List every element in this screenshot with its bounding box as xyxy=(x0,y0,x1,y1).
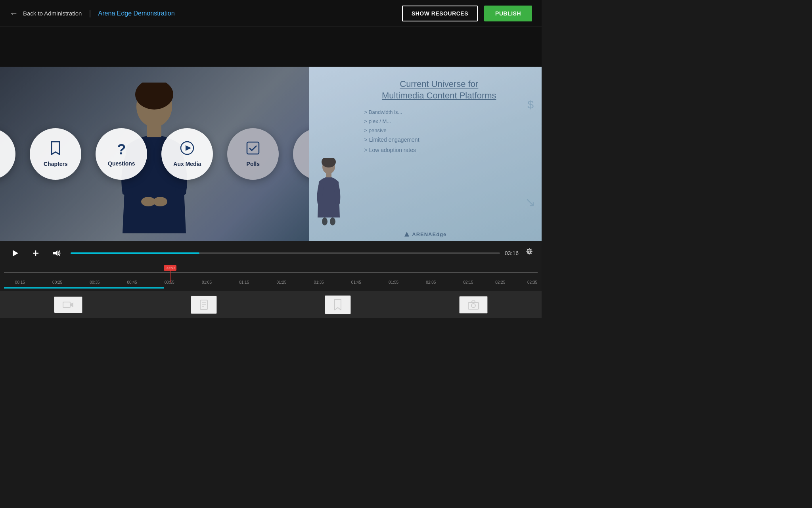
svg-point-32 xyxy=(471,304,475,308)
events-button[interactable]: Events xyxy=(293,128,308,180)
camera-tool[interactable] xyxy=(459,296,488,314)
timeline-area: /* ticks rendered below */ 00:59 00:15 0… xyxy=(0,265,542,291)
tl-label-11: 01:55 xyxy=(389,280,398,285)
tl-label-8: 01:25 xyxy=(276,280,286,285)
header-divider: | xyxy=(89,9,91,18)
play-button[interactable] xyxy=(8,248,22,259)
tl-label-12: 02:05 xyxy=(426,280,436,285)
slides-button[interactable]: Slides xyxy=(0,128,15,180)
header-left: ← Back to Administration | Arena Edge De… xyxy=(10,8,175,19)
total-time-display: 03:16 xyxy=(505,250,519,256)
polls-button[interactable]: Polls xyxy=(227,128,279,180)
slide-overlay xyxy=(309,67,542,241)
volume-icon xyxy=(52,250,61,257)
svg-rect-25 xyxy=(63,302,70,308)
progress-container: 03:16 xyxy=(71,250,519,256)
timeline-ticks-svg xyxy=(4,272,538,280)
playhead-time-bubble: 00:59 xyxy=(164,265,177,271)
chapters-label: Chapters xyxy=(44,161,68,167)
aux-media-button[interactable]: Aux Media xyxy=(161,128,213,180)
timeline-track[interactable]: /* ticks rendered below */ 00:59 xyxy=(4,265,538,280)
play-icon xyxy=(11,249,19,257)
questions-label: Questions xyxy=(108,160,135,167)
tl-label-1: 00:15 xyxy=(15,280,25,285)
video-camera-tool[interactable] xyxy=(54,296,82,313)
show-resources-button[interactable]: SHOW RESOURCES xyxy=(402,6,478,21)
timeline-labels-row: 00:15 00:25 00:35 00:45 00:55 01:05 01:1… xyxy=(4,280,538,287)
tl-label-3: 00:35 xyxy=(90,280,100,285)
tl-label-7: 01:15 xyxy=(239,280,249,285)
aux-media-icon xyxy=(180,141,194,158)
back-to-admin-link[interactable]: Back to Administration xyxy=(23,10,82,17)
video-camera-icon xyxy=(63,300,74,309)
header: ← Back to Administration | Arena Edge De… xyxy=(0,0,542,27)
tl-label-9: 01:35 xyxy=(314,280,324,285)
progress-bar[interactable] xyxy=(71,252,500,254)
svg-marker-19 xyxy=(13,250,18,256)
publish-button[interactable]: PUBLISH xyxy=(484,6,532,21)
tl-label-4: 00:45 xyxy=(127,280,137,285)
questions-button[interactable]: ? Questions xyxy=(96,128,147,180)
polls-label: Polls xyxy=(247,161,260,167)
video-left-panel: Slides Chapters ? Questions Aux Media xyxy=(0,67,309,241)
header-right: SHOW RESOURCES PUBLISH xyxy=(402,6,532,21)
project-title: Arena Edge Demonstration xyxy=(98,10,175,17)
back-arrow-icon[interactable]: ← xyxy=(10,8,18,19)
chapters-button[interactable]: Chapters xyxy=(30,128,81,180)
volume-button[interactable] xyxy=(49,248,64,258)
aux-media-label: Aux Media xyxy=(173,161,201,167)
bookmark-icon xyxy=(333,299,342,310)
playhead-needle xyxy=(170,271,170,283)
add-icon xyxy=(32,249,40,257)
timeline-progress-line xyxy=(4,287,538,289)
settings-icon xyxy=(525,248,534,257)
bookmark-tool[interactable] xyxy=(325,295,351,314)
top-spacer xyxy=(0,27,542,67)
svg-marker-26 xyxy=(70,302,73,307)
menu-overlay: Slides Chapters ? Questions Aux Media xyxy=(0,67,309,241)
svg-rect-10 xyxy=(247,142,259,154)
add-button[interactable] xyxy=(29,248,43,259)
tl-label-14: 02:25 xyxy=(495,280,505,285)
bottom-toolbar xyxy=(0,291,542,318)
playhead: 00:59 xyxy=(164,265,177,283)
controls-bar: 03:16 xyxy=(0,241,542,265)
chapters-icon xyxy=(49,141,62,158)
polls-icon xyxy=(246,141,260,158)
svg-marker-9 xyxy=(186,145,191,151)
tl-label-13: 02:15 xyxy=(463,280,473,285)
tl-label-2: 00:25 xyxy=(52,280,62,285)
tl-label-6: 01:05 xyxy=(202,280,212,285)
tl-label-10: 01:45 xyxy=(351,280,361,285)
settings-button[interactable] xyxy=(525,248,534,259)
progress-fill xyxy=(71,252,199,254)
video-right-panel: Current Universe for Multimedia Content … xyxy=(309,67,542,241)
document-icon xyxy=(199,300,208,310)
document-tool[interactable] xyxy=(191,296,217,314)
svg-marker-22 xyxy=(53,250,57,256)
camera-icon xyxy=(468,300,479,310)
tl-label-15: 02:35 xyxy=(527,280,537,285)
questions-icon: ? xyxy=(117,141,126,158)
video-area: Slides Chapters ? Questions Aux Media xyxy=(0,67,542,241)
